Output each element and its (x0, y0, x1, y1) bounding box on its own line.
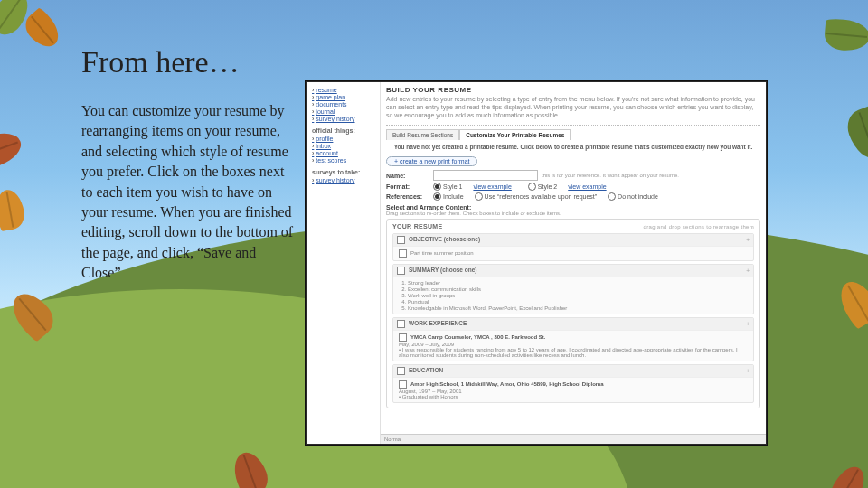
name-label: Name: (386, 173, 429, 179)
tab-build[interactable]: Build Resume Sections (386, 129, 459, 140)
sidebar: ›resume ›game plan ›documents ›journal ›… (307, 82, 381, 444)
checkbox[interactable] (399, 249, 407, 258)
list-item: Knowledgable in Microsoft Word, PowerPoi… (408, 305, 748, 311)
format-style1-radio[interactable]: Style 1 (433, 183, 462, 191)
sidebar-item[interactable]: ›test scores (312, 157, 374, 164)
sidebar-item[interactable]: ›documents (312, 101, 374, 108)
slide-stage: From here… You can customize your resume… (0, 0, 868, 488)
section-objective[interactable]: OBJECTIVE (choose one)+ Part time summer… (392, 233, 754, 261)
sidebar-item[interactable]: ›inbox (312, 143, 374, 149)
sidebar-item[interactable]: ›journal (312, 108, 374, 115)
list-item: Work well in groups (408, 293, 748, 298)
checkbox[interactable] (397, 267, 405, 275)
sidebar-item[interactable]: ›resume (312, 87, 374, 93)
page-blurb: Add new entries to your resume by select… (386, 96, 760, 119)
list-item: Punctual (408, 299, 748, 305)
sidebar-item[interactable]: ›survey history (312, 177, 374, 183)
ref-include-radio[interactable]: Include (433, 192, 464, 201)
leaf-icon (824, 18, 868, 52)
section-summary[interactable]: SUMMARY (choose one)+ Strong leader Exce… (392, 264, 754, 314)
sidebar-heading: surveys to take: (312, 169, 374, 175)
section-work-experience[interactable]: WORK EXPERIENCE+ YMCA Camp Counselor, YM… (392, 317, 754, 361)
resume-panel: YOUR RESUME drag and drop sections to re… (386, 219, 760, 408)
view-example-link[interactable]: view example (473, 183, 511, 190)
leaf-icon (20, 6, 65, 52)
plus-icon[interactable]: + (746, 267, 750, 274)
ref-upon-request-radio[interactable]: Use “references available upon request” (475, 192, 598, 201)
panel-title: YOUR RESUME (392, 223, 442, 230)
create-print-format-button[interactable]: + create a new print format (386, 156, 477, 166)
page-title: BUILD YOUR RESUME (386, 86, 760, 94)
view-example-link[interactable]: view example (568, 183, 606, 190)
arrange-hint: Drag sections to re-order them. Check bo… (386, 211, 760, 216)
sidebar-item[interactable]: ›survey history (312, 116, 374, 122)
tab-customize[interactable]: Customize Your Printable Resumes (459, 129, 571, 140)
arrange-title: Select and Arrange Content: (386, 204, 760, 211)
name-input[interactable] (433, 170, 538, 181)
format-style2-radio[interactable]: Style 2 (528, 183, 557, 191)
plus-icon[interactable]: + (746, 237, 750, 243)
checkbox[interactable] (397, 320, 405, 328)
slide-title: From here… (81, 45, 240, 80)
leaf-icon (0, 188, 27, 232)
panel-hint: drag and drop sections to rearrange them (644, 224, 754, 230)
section-education[interactable]: EDUCATION+ Amor High School, 1 Midskill … (392, 364, 754, 403)
editor-status-bar: Normal (381, 434, 766, 444)
list-item: Excellent communication skills (408, 286, 748, 292)
sidebar-item[interactable]: ›game plan (312, 94, 374, 100)
ref-none-radio[interactable]: Do not include (608, 192, 658, 201)
notice-text: You have not yet created a printable res… (386, 144, 760, 151)
leaf-icon (843, 104, 868, 164)
main-pane: BUILD YOUR RESUME Add new entries to you… (381, 82, 766, 444)
sidebar-item[interactable]: ›profile (312, 136, 374, 142)
app-screenshot: ›resume ›game plan ›documents ›journal ›… (306, 81, 767, 445)
plus-icon[interactable]: + (746, 368, 750, 374)
references-label: References: (386, 193, 429, 200)
checkbox[interactable] (399, 380, 407, 389)
checkbox[interactable] (397, 236, 405, 244)
checkbox[interactable] (399, 333, 407, 342)
sidebar-heading: official things: (312, 127, 374, 134)
page-header: BUILD YOUR RESUME Add new entries to you… (386, 86, 760, 126)
checkbox[interactable] (397, 367, 405, 375)
sidebar-item[interactable]: ›account (312, 150, 374, 156)
leaf-icon (0, 127, 25, 171)
slide-body: You can customize your resume by rearran… (81, 101, 298, 284)
format-label: Format: (386, 183, 429, 190)
name-hint: this is for your reference. It won't app… (542, 173, 679, 178)
plus-icon[interactable]: + (746, 321, 750, 327)
list-item: Strong leader (408, 280, 748, 286)
tabs: Build Resume Sections Customize Your Pri… (386, 129, 760, 140)
